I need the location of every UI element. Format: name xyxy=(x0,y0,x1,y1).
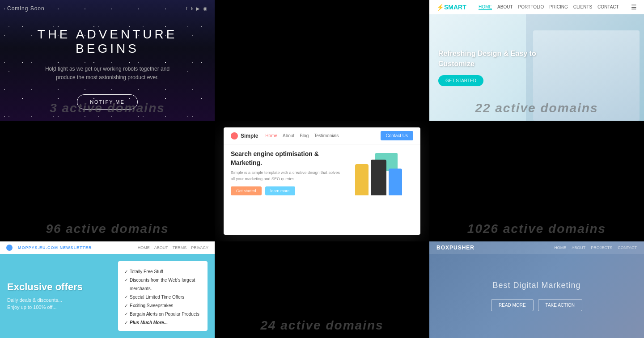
checklist-item-5: ✓ Bargain Alerts on Popular Products xyxy=(124,310,201,318)
checklist-item-3: ✓ Special Limited Time Offers xyxy=(124,293,201,301)
boxpusher-headline: Best Digital Marketing xyxy=(492,281,580,290)
smart-menu-icon[interactable]: ☰ xyxy=(631,4,637,11)
smart-nav-about[interactable]: ABOUT xyxy=(497,4,513,10)
moppys-checklist: ✓ Totally Free Stuff ✓ Discounts from th… xyxy=(118,261,208,331)
checklist-text-4: Exciting Sweepstakes xyxy=(130,301,173,310)
illustration-figure-2 xyxy=(371,160,386,195)
checkmark-icon-6: ✓ xyxy=(124,318,128,327)
simple-contact-button[interactable]: Contact Us xyxy=(381,131,413,140)
moppys-nav-terms[interactable]: TERMS xyxy=(173,245,187,250)
checklist-item-2: ✓ Discounts from the Web's largest merch… xyxy=(124,276,201,293)
boxpusher-nav-projects[interactable]: PROJECTS xyxy=(591,245,612,250)
domain-count-r3c2: 24 active domains xyxy=(215,313,429,338)
moppys-body: Exclusive offers Daily deals & discounts… xyxy=(0,254,215,338)
moppys-left-content: Exclusive offers Daily deals & discounts… xyxy=(7,261,113,331)
twitter-icon[interactable]: t xyxy=(191,6,192,12)
checklist-item-4: ✓ Exciting Sweepstakes xyxy=(124,301,201,310)
moppys-nav-home[interactable]: HOME xyxy=(138,245,150,250)
simple-nav-about[interactable]: About xyxy=(283,133,294,138)
moppys-headline: Exclusive offers xyxy=(7,281,113,293)
checklist-text-5: Bargain Alerts on Popular Products xyxy=(130,310,199,318)
smart-logo: ⚡SMART xyxy=(436,4,466,11)
checklist-item-6: ✓ Plus Much More... xyxy=(124,318,201,327)
cell-black-1 xyxy=(215,0,429,121)
checklist-text-1: Totally Free Stuff xyxy=(130,267,163,276)
moppys-brand: MOPPYS.EU.COM NEWSLETTER xyxy=(18,245,92,250)
moppys-nav-about[interactable]: ABOUT xyxy=(154,245,168,250)
simple-hero-subtitle: Simple is a simple template with a creat… xyxy=(231,170,343,182)
simple-hero: Search engine optimisation & Marketing. … xyxy=(224,144,420,201)
smart-get-started-button[interactable]: GET STARTED xyxy=(438,75,483,86)
simple-logo-text: Simple xyxy=(241,133,258,139)
checklist-item-1: ✓ Totally Free Stuff xyxy=(124,267,201,276)
moppys-navbar: MOPPYS.EU.COM NEWSLETTER HOME ABOUT TERM… xyxy=(0,241,215,254)
simple-learn-more-button[interactable]: learn more xyxy=(265,186,295,195)
simple-image-side xyxy=(351,150,413,195)
smart-nav-pricing[interactable]: PRICING xyxy=(549,4,568,10)
moppys-subtitle-2: Enjoy up to 100% off... xyxy=(7,304,113,311)
checkmark-icon-2: ✓ xyxy=(124,276,128,284)
smart-nav-contact[interactable]: CONTACT xyxy=(597,4,619,10)
simple-nav-links: Home About Blog Testimonials xyxy=(265,133,373,138)
moppys-nav-privacy[interactable]: PRIVACY xyxy=(191,245,208,250)
simple-buttons: Get started learn more xyxy=(231,186,343,195)
boxpusher-nav-about[interactable]: ABOUT xyxy=(572,245,585,250)
moppys-logo-icon xyxy=(6,245,13,251)
simple-logo-icon xyxy=(231,132,238,139)
simple-text-side: Search engine optimisation & Marketing. … xyxy=(231,150,343,195)
boxpusher-buttons: READ MORE TAKE ACTION xyxy=(491,299,582,311)
smart-hero-headline: Refreshing Design & Easy to Customize xyxy=(438,49,537,69)
smart-nav-links: HOME ABOUT PORTFOLIO PRICING CLIENTS CON… xyxy=(479,4,619,10)
cell-moppys: MOPPYS.EU.COM NEWSLETTER HOME ABOUT TERM… xyxy=(0,241,215,338)
smart-hero-text: Refreshing Design & Easy to Customize GE… xyxy=(438,49,537,86)
simple-hero-headline: Search engine optimisation & Marketing. xyxy=(231,150,343,167)
smart-navbar: ⚡SMART HOME ABOUT PORTFOLIO PRICING CLIE… xyxy=(429,0,644,14)
coming-soon-label: Coming Soon xyxy=(7,5,45,12)
boxpusher-nav-links: HOME ABOUT PROJECTS CONTACT xyxy=(554,245,637,250)
boxpusher-navbar: BOXPUSHER HOME ABOUT PROJECTS CONTACT xyxy=(429,241,644,254)
coming-soon-subtitle: Hold tight as we get our working robots … xyxy=(45,65,170,82)
smart-logo-text: SMART xyxy=(444,4,466,11)
cell-boxpusher: BOXPUSHER HOME ABOUT PROJECTS CONTACT Be… xyxy=(429,241,644,338)
boxpusher-nav-home[interactable]: HOME xyxy=(554,245,566,250)
checkmark-icon-1: ✓ xyxy=(124,267,128,276)
social-icons: f t ▶ ◉ xyxy=(186,6,208,12)
boxpusher-hero: Best Digital Marketing READ MORE TAKE AC… xyxy=(429,254,644,338)
checkmark-icon-4: ✓ xyxy=(124,301,128,310)
facebook-icon[interactable]: f xyxy=(186,6,187,12)
checklist-text-3: Special Limited Time Offers xyxy=(130,293,184,301)
simple-nav-testimonials[interactable]: Testimonials xyxy=(314,133,339,138)
boxpusher-read-more-button[interactable]: READ MORE xyxy=(491,299,534,311)
simple-nav-home[interactable]: Home xyxy=(265,133,277,138)
smart-nav-clients[interactable]: CLIENTS xyxy=(573,4,592,10)
moppys-nav-links: HOME ABOUT TERMS PRIVACY xyxy=(138,245,208,250)
smart-nav-portfolio[interactable]: PORTFOLIO xyxy=(518,4,544,10)
cell-black-4: 24 active domains xyxy=(215,241,429,338)
simple-nav-blog[interactable]: Blog xyxy=(300,133,309,138)
simple-get-started-button[interactable]: Get started xyxy=(231,186,262,195)
cell-coming-soon: Coming Soon f t ▶ ◉ THE ADVENTURE BEGINS… xyxy=(0,0,215,121)
checklist-text-6: Plus Much More... xyxy=(130,318,168,327)
boxpusher-take-action-button[interactable]: TAKE ACTION xyxy=(538,299,582,311)
youtube-icon[interactable]: ▶ xyxy=(196,6,199,12)
simple-illustration xyxy=(351,151,413,195)
checkmark-icon-3: ✓ xyxy=(124,293,128,301)
instagram-icon[interactable]: ◉ xyxy=(203,6,208,12)
cell-smart: ⚡SMART HOME ABOUT PORTFOLIO PRICING CLIE… xyxy=(429,0,644,121)
domain-count-r2c1: 96 active domains xyxy=(0,216,215,241)
illustration-figure-1 xyxy=(355,164,369,195)
simple-card: Simple Home About Blog Testimonials Cont… xyxy=(224,127,420,235)
cell-simple: Simple Home About Blog Testimonials Cont… xyxy=(215,121,429,241)
simple-navbar: Simple Home About Blog Testimonials Cont… xyxy=(224,127,420,144)
moppys-subtitle-1: Daily deals & discounts... xyxy=(7,296,113,304)
coming-soon-headline: THE ADVENTURE BEGINS xyxy=(9,27,206,56)
boxpusher-logo: BOXPUSHER xyxy=(436,245,475,251)
domain-count-r2c3: 1026 active domains xyxy=(429,216,644,241)
cell-black-2: 96 active domains xyxy=(0,121,215,241)
cell-black-3: 1026 active domains xyxy=(429,121,644,241)
boxpusher-nav-contact[interactable]: CONTACT xyxy=(618,245,637,250)
coming-soon-header: Coming Soon f t ▶ ◉ xyxy=(0,0,215,17)
checklist-text-2: Discounts from the Web's largest merchan… xyxy=(130,276,201,293)
illustration-figure-3 xyxy=(389,169,402,195)
smart-nav-home[interactable]: HOME xyxy=(479,4,492,10)
